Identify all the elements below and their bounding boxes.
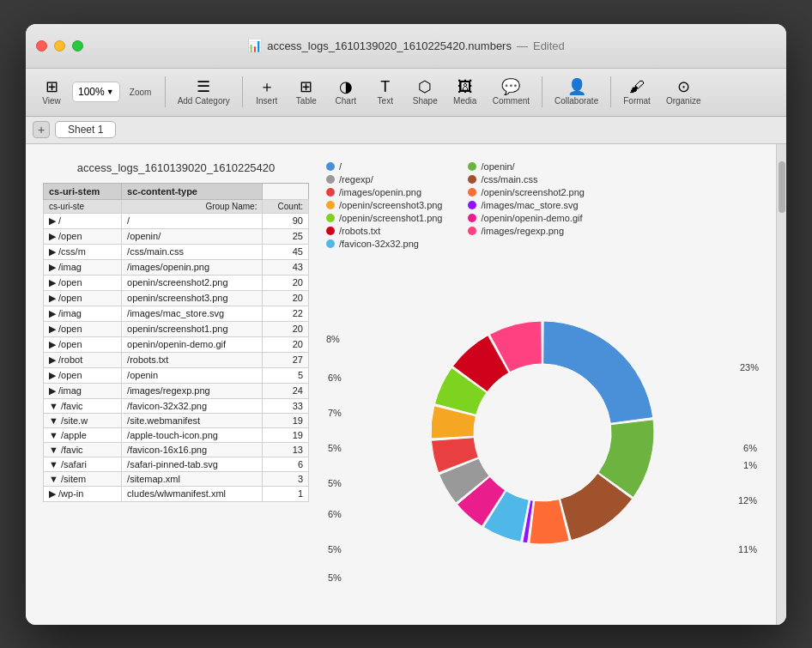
table-section: access_logs_1610139020_1610225420 cs-uri… [43, 161, 309, 608]
col-header-2[interactable]: sc-content-type [122, 183, 263, 199]
collaborate-label: Collaborate [554, 96, 598, 106]
table-row[interactable]: ▼ /favic/favicon-16x16.png13 [44, 442, 309, 457]
data-table: cs-uri-stem sc-content-type cs-uri-ste G… [43, 183, 309, 502]
collaborate-button[interactable]: 👤 Collaborate [548, 76, 605, 109]
table-row[interactable]: ▶ /imag/images/openin.png43 [44, 259, 309, 275]
zoom-value: 100% [78, 86, 105, 98]
pct-label-11pct: 11% [738, 544, 757, 554]
table-button[interactable]: ⊞ Table [288, 76, 325, 109]
add-sheet-button[interactable]: + [33, 121, 50, 138]
table-row[interactable]: ▶ /openopenin/screenshot2.png20 [44, 275, 309, 290]
pct-label-8pct: 8% [326, 334, 340, 344]
chart-segment[interactable] [543, 321, 653, 423]
app-window: 📊 access_logs_1610139020_1610225420.numb… [26, 24, 786, 625]
comment-label: Comment [493, 96, 530, 106]
format-label: Format [623, 96, 651, 106]
insert-label: Insert [256, 96, 277, 106]
insert-icon: ＋ [259, 79, 275, 94]
table-row[interactable]: ▶ /imag/images/regexp.png24 [44, 383, 309, 398]
traffic-lights [36, 40, 83, 51]
window-title-area: 📊 access_logs_1610139020_1610225420.numb… [247, 39, 565, 52]
subheader-group: Group Name: [122, 199, 263, 213]
close-button[interactable] [36, 40, 47, 51]
separator-1 [165, 76, 166, 107]
titlebar: 📊 access_logs_1610139020_1610225420.numb… [26, 24, 786, 69]
table-row[interactable]: ▼ /favic/favicon-32x32.png33 [44, 398, 309, 413]
legend-item-2: /regexp/ [326, 174, 442, 185]
text-icon: T [380, 79, 390, 94]
legend-item-7: /favicon-32x32.png [326, 239, 442, 249]
sheets-bar: + Sheet 1 [26, 117, 786, 144]
table-row[interactable]: ▶ /imag/images/mac_store.svg22 [44, 306, 309, 321]
legend-item-4: /openin/screenshot3.png [326, 200, 442, 210]
table-row[interactable]: ▶ /robot/robots.txt27 [44, 352, 309, 367]
toolbar: ⊞ View 100% ▼ Zoom ☰ Add Category ＋ Inse… [26, 69, 786, 117]
minimize-button[interactable] [54, 40, 65, 51]
table-row[interactable]: ▼ /sitem/sitemap.xml3 [44, 471, 309, 486]
table-row[interactable]: ▶ /openopenin/openin-demo.gif20 [44, 336, 309, 352]
window-subtitle: — [517, 39, 528, 52]
insert-button[interactable]: ＋ Insert [248, 76, 286, 109]
shape-label: Shape [413, 96, 438, 106]
table-row[interactable]: ▶ /openopenin/screenshot3.png20 [44, 290, 309, 306]
comment-icon: 💬 [501, 79, 520, 94]
table-row[interactable]: ▼ /safari/safari-pinned-tab.svg6 [44, 457, 309, 471]
zoom-chevron-icon: ▼ [106, 88, 114, 96]
chart-section: / /regexp/ /images/openin.png /open [326, 161, 759, 608]
sheet-tab-1[interactable]: Sheet 1 [55, 121, 116, 138]
pct-label-7pct: 7% [328, 408, 342, 418]
table-row[interactable]: ▼ /site.w/site.webmanifest19 [44, 413, 309, 427]
shape-button[interactable]: ⬡ Shape [406, 76, 445, 109]
organize-button[interactable]: ⊙ Organize [659, 76, 708, 109]
scrollbar-right[interactable] [776, 144, 786, 625]
pct-label-6pct-l2: 6% [328, 509, 342, 519]
table-icon: ⊞ [300, 79, 312, 94]
add-category-label: Add Category [178, 96, 230, 106]
chart-button[interactable]: ◑ Chart [327, 76, 365, 109]
text-button[interactable]: T Text [367, 76, 404, 109]
legend-dot-6 [326, 227, 335, 235]
separator-3 [542, 76, 542, 107]
text-label: Text [378, 96, 393, 106]
format-button[interactable]: 🖌 Format [616, 76, 657, 109]
table-row[interactable]: ▶ /css/m/css/main.css45 [44, 244, 309, 259]
subheader-stem: cs-uri-ste [44, 199, 122, 213]
legend-item-1: / [326, 161, 442, 172]
table-label: Table [296, 96, 317, 106]
zoom-control[interactable]: 100% ▼ [72, 82, 120, 102]
legend-dot-2 [326, 175, 335, 184]
view-button[interactable]: ⊞ View [33, 76, 70, 109]
pct-label-6pct-r1: 6% [743, 443, 757, 453]
add-category-button[interactable]: ☰ Add Category [171, 76, 237, 109]
media-icon: 🖼 [458, 79, 473, 94]
file-icon: 📊 [247, 39, 262, 52]
pct-label-5pct-l1: 5% [328, 443, 342, 453]
table-row[interactable]: ▶ /openopenin/screenshot1.png20 [44, 321, 309, 336]
main-content: access_logs_1610139020_1610225420 cs-uri… [26, 144, 776, 625]
media-button[interactable]: 🖼 Media [446, 76, 484, 109]
table-row[interactable]: ▶ //90 [44, 213, 309, 228]
table-row[interactable]: ▶ /open/openin5 [44, 367, 309, 383]
table-row[interactable]: ▶ /wp-includes/wlwmanifest.xml1 [44, 486, 309, 501]
legend-item-10: /openin/screenshot2.png [468, 187, 584, 197]
table-row[interactable]: ▶ /open/openin/25 [44, 228, 309, 244]
legend: / /regexp/ /images/openin.png /open [326, 161, 759, 249]
legend-dot-1 [326, 162, 335, 171]
window-edited: Edited [533, 39, 565, 52]
scroll-thumb[interactable] [779, 161, 785, 213]
legend-item-11: /images/mac_store.svg [468, 200, 584, 210]
separator-2 [242, 76, 243, 107]
maximize-button[interactable] [72, 40, 83, 51]
legend-col-2: /openin/ /css/main.css /openin/screensho… [468, 161, 584, 249]
chart-label: Chart [336, 96, 356, 106]
comment-button[interactable]: 💬 Comment [486, 76, 536, 109]
table-row[interactable]: ▼ /apple/apple-touch-icon.png19 [44, 427, 309, 442]
legend-dot-10 [468, 188, 476, 197]
legend-col-1: / /regexp/ /images/openin.png /open [326, 161, 442, 249]
col-header-1[interactable]: cs-uri-stem [44, 183, 122, 199]
content-area: access_logs_1610139020_1610225420 cs-uri… [26, 144, 786, 625]
view-label: View [42, 96, 61, 106]
chart-icon: ◑ [339, 79, 353, 94]
legend-item-5: /openin/screenshot1.png [326, 213, 442, 223]
organize-icon: ⊙ [677, 79, 690, 94]
